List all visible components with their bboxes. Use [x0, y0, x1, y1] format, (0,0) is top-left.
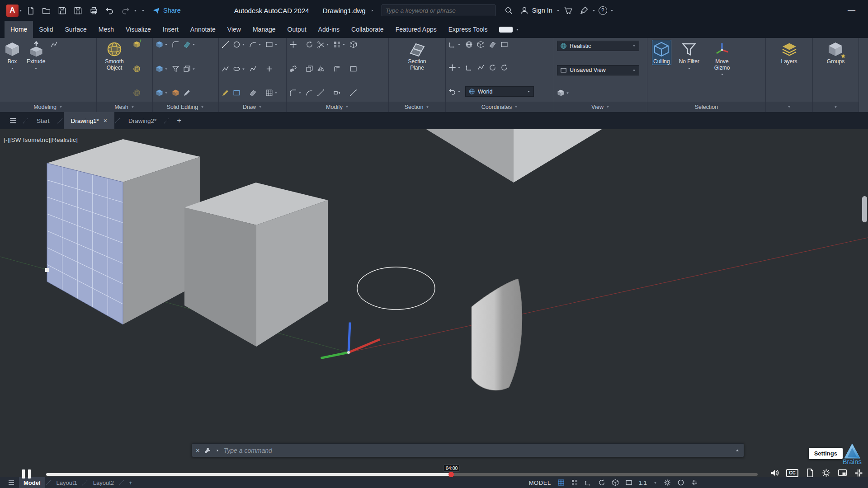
- fillet-button[interactable]: [289, 89, 302, 97]
- minimize-button[interactable]: —: [840, 6, 863, 15]
- ribbon-display-toggle[interactable]: [499, 21, 519, 38]
- extrude-button[interactable]: Extrude: [25, 40, 47, 70]
- new-file-icon[interactable]: [26, 6, 35, 15]
- viewport-canvas[interactable]: [0, 129, 868, 477]
- undo-icon[interactable]: [105, 6, 114, 15]
- ribbon-tab-mesh[interactable]: Mesh: [93, 21, 120, 38]
- thicken-button[interactable]: [183, 65, 196, 73]
- curved-surface[interactable]: [472, 279, 522, 390]
- spline-icon[interactable]: [249, 65, 257, 73]
- scale-icon[interactable]: [349, 65, 357, 73]
- model-viewport[interactable]: [-][SW Isometric][Realistic]: [0, 129, 868, 477]
- smooth-more-icon[interactable]: [133, 65, 141, 73]
- ribbon-tab-featured-apps[interactable]: Featured Apps: [390, 21, 443, 38]
- move-icon[interactable]: [289, 41, 297, 48]
- imprint-icon[interactable]: [183, 89, 191, 97]
- line-icon[interactable]: [222, 41, 229, 48]
- section-plane-button[interactable]: Section Plane: [402, 40, 432, 71]
- explode-icon[interactable]: [349, 41, 357, 48]
- file-tab-drawing1[interactable]: Drawing1* ×: [64, 112, 114, 129]
- open-file-icon[interactable]: [42, 6, 51, 15]
- mesh-box-icon[interactable]: [133, 41, 141, 48]
- settings-gear-icon[interactable]: [821, 468, 831, 478]
- file-tab-drawing2[interactable]: Drawing2*: [121, 112, 164, 129]
- selection-panel-label[interactable]: Selection: [647, 102, 765, 112]
- modeling-panel-label[interactable]: Modeling: [0, 102, 96, 112]
- polysolid-icon[interactable]: [50, 41, 58, 48]
- miniplayer-icon[interactable]: [838, 468, 847, 478]
- command-line[interactable]: × Type a command: [192, 443, 744, 457]
- command-history-caret-icon[interactable]: [735, 448, 740, 453]
- save-icon[interactable]: [58, 6, 66, 15]
- solid-subtract-button[interactable]: [156, 65, 168, 73]
- solid-intersect-button[interactable]: [156, 89, 168, 97]
- sign-in-caret-icon[interactable]: [556, 9, 560, 13]
- qat-customize-icon[interactable]: [141, 9, 145, 13]
- point-icon[interactable]: [265, 65, 273, 73]
- ribbon-tab-home[interactable]: Home: [5, 21, 33, 38]
- table-button[interactable]: [265, 89, 278, 97]
- plot-icon[interactable]: [90, 6, 98, 15]
- ribbon-tab-express-tools[interactable]: Express Tools: [443, 21, 494, 38]
- grip-point[interactable]: [45, 268, 49, 272]
- blend-curves-icon[interactable]: [306, 89, 313, 97]
- layers-button[interactable]: Layers: [779, 40, 798, 65]
- measure-icon[interactable]: [317, 89, 325, 97]
- ribbon-tab-collaborate[interactable]: Collaborate: [345, 21, 390, 38]
- app-store-cart-icon[interactable]: [564, 6, 572, 15]
- search-icon[interactable]: [505, 6, 513, 15]
- offset-icon[interactable]: [333, 65, 341, 73]
- ribbon-tab-solid[interactable]: Solid: [33, 21, 59, 38]
- shell-icon[interactable]: [172, 89, 179, 97]
- solid-union-button[interactable]: [156, 41, 168, 48]
- redo-icon[interactable]: [121, 6, 130, 15]
- coordinates-panel-label[interactable]: Coordinates: [446, 102, 554, 112]
- ucs-rotate-y-icon[interactable]: [500, 64, 508, 71]
- array-button[interactable]: [333, 41, 346, 48]
- taper-faces-icon[interactable]: [172, 65, 179, 73]
- app-menu-caret-icon[interactable]: [19, 9, 23, 13]
- help-caret-icon[interactable]: [610, 9, 614, 13]
- transcript-icon[interactable]: [805, 468, 815, 478]
- no-filter-button[interactable]: No Filter: [678, 40, 701, 70]
- ucs-button[interactable]: [448, 41, 461, 48]
- new-drawing-button[interactable]: +: [170, 112, 188, 129]
- copy-icon[interactable]: [306, 65, 313, 73]
- lengthen-icon[interactable]: [349, 89, 357, 97]
- command-customize-wrench-icon[interactable]: [204, 447, 211, 454]
- fullscreen-exit-icon[interactable]: [854, 468, 863, 478]
- autocad-logo[interactable]: A: [6, 5, 19, 17]
- ribbon-tab-insert[interactable]: Insert: [157, 21, 184, 38]
- groups-panel-expand[interactable]: [813, 102, 859, 112]
- move-gizmo-button[interactable]: Move Gizmo: [707, 40, 737, 76]
- fillet-edge-icon[interactable]: [172, 41, 179, 48]
- mirror-icon[interactable]: [317, 65, 325, 73]
- volume-icon[interactable]: [770, 468, 779, 478]
- view-panel-label[interactable]: View: [554, 102, 647, 112]
- close-icon[interactable]: ×: [104, 117, 107, 124]
- erase-icon[interactable]: [289, 65, 297, 73]
- circle-button[interactable]: [233, 41, 245, 48]
- polyline-icon[interactable]: [222, 65, 229, 73]
- ucs-icon[interactable]: [322, 324, 379, 358]
- captions-button[interactable]: CC: [786, 469, 798, 477]
- pause-button[interactable]: [20, 468, 33, 480]
- sign-in-button[interactable]: Sign In: [520, 6, 552, 14]
- command-input[interactable]: Type a command: [224, 447, 731, 454]
- section-panel-label[interactable]: Section: [389, 102, 445, 112]
- stretch-icon[interactable]: [333, 89, 341, 97]
- rotate-icon[interactable]: [306, 41, 313, 48]
- groups-button[interactable]: Groups: [826, 40, 846, 65]
- gradient-icon[interactable]: [233, 89, 241, 97]
- redo-caret-icon[interactable]: [133, 9, 137, 13]
- ribbon-tab-surface[interactable]: Surface: [59, 21, 93, 38]
- region-icon[interactable]: [249, 89, 257, 97]
- share-button[interactable]: Share: [152, 7, 181, 14]
- mesh-panel-label[interactable]: Mesh: [97, 102, 152, 112]
- ucs-origin-button[interactable]: [448, 64, 461, 71]
- ribbon-tab-addins[interactable]: Add-ins: [312, 21, 345, 38]
- hatch-icon[interactable]: [222, 89, 229, 97]
- solid-editing-panel-label[interactable]: Solid Editing: [153, 102, 218, 112]
- ribbon-tab-annotate[interactable]: Annotate: [184, 21, 222, 38]
- ucs-z-axis-icon[interactable]: [465, 64, 473, 71]
